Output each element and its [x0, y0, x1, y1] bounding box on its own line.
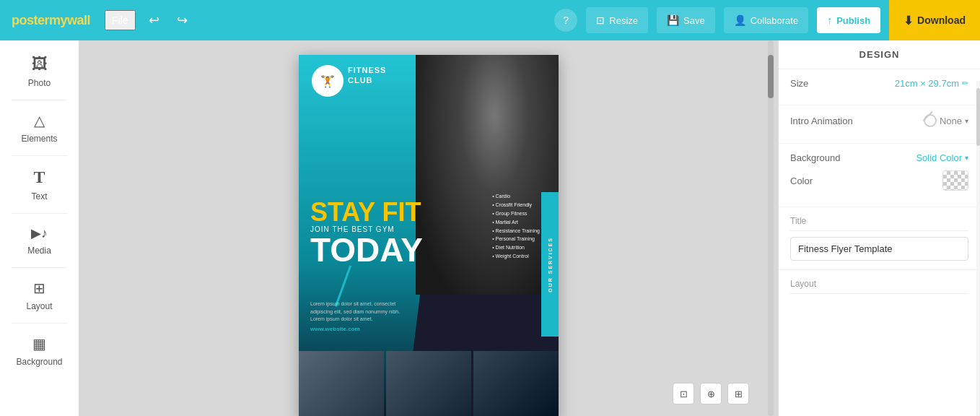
canvas-scrollbar[interactable]: [768, 40, 774, 416]
title-divider: [790, 230, 968, 231]
layout-icon: ⊞: [33, 280, 45, 297]
title-label: Title: [790, 216, 968, 226]
sidebar-divider-2: [12, 155, 66, 156]
file-menu[interactable]: File: [105, 10, 136, 30]
animation-value[interactable]: None ▾: [924, 114, 968, 127]
canvas-area[interactable]: 🏋 FITNESS CLUB STAY FIT JOIN THE BEST GY…: [79, 40, 778, 416]
resize-icon: ⊡: [596, 14, 605, 26]
help-button[interactable]: ?: [554, 9, 577, 32]
flyer-photo-2: [386, 351, 471, 416]
save-button[interactable]: 💾 Save: [657, 7, 715, 33]
flyer-main-text: STAY FIT JOIN THE BEST GYM TODAY: [310, 199, 423, 266]
layout-divider: [790, 293, 968, 294]
chevron-down-icon-2: ▾: [965, 154, 968, 162]
background-icon: ▦: [32, 335, 46, 352]
panel-background-section: Background Solid Color ▾ Color: [779, 144, 980, 207]
canvas-zoom-out-button[interactable]: ⊡: [673, 383, 694, 404]
zoom-fit-icon: ⊕: [707, 389, 715, 399]
chevron-down-icon: ▾: [965, 117, 968, 125]
right-panel: DESIGN Size 21cm × 29.7cm ✏ Intro Animat…: [778, 40, 980, 416]
sidebar-item-photo[interactable]: 🖼 Photo: [7, 48, 72, 95]
flyer-body-text: Lorem ipsum dolor sit amet, consectet ad…: [310, 300, 404, 324]
color-row: Color: [790, 170, 968, 191]
color-swatch[interactable]: [942, 170, 968, 191]
flyer-bottom-photos: [299, 351, 559, 416]
edit-icon: ✏: [962, 79, 968, 88]
panel-animation-section: Intro Animation None ▾: [779, 105, 980, 144]
download-icon: ⬇: [904, 14, 913, 27]
background-label: Background: [790, 152, 840, 163]
title-input[interactable]: [790, 237, 968, 261]
media-icon: ▶♪: [31, 225, 48, 241]
photo-icon: 🖼: [32, 55, 48, 74]
flyer-services-list: • Cardio • Crossfit Friendly • Group Fit…: [492, 192, 540, 261]
background-row: Background Solid Color ▾: [790, 152, 968, 163]
app-logo: postermywall: [12, 13, 90, 28]
panel-layout-section: Layout: [779, 270, 980, 308]
flyer-brand: FITNESS CLUB: [348, 65, 386, 86]
canvas-zoom-in-button[interactable]: ⊞: [727, 383, 749, 404]
collaborate-icon: 👤: [734, 14, 746, 26]
none-circle-icon: [924, 114, 937, 127]
animation-row: Intro Animation None ▾: [790, 114, 968, 127]
zoom-out-icon: ⊡: [680, 389, 688, 399]
flyer-preview[interactable]: 🏋 FITNESS CLUB STAY FIT JOIN THE BEST GY…: [299, 55, 559, 416]
publish-button[interactable]: ↑ Publish: [817, 7, 880, 33]
publish-icon: ↑: [827, 14, 832, 26]
redo-button[interactable]: ↪: [172, 9, 192, 31]
sidebar-item-text[interactable]: T Text: [7, 160, 72, 209]
save-icon: 💾: [667, 14, 679, 26]
layout-label: Layout: [790, 279, 968, 289]
elements-icon: △: [34, 112, 45, 129]
flyer-logo: 🏋: [312, 65, 344, 97]
panel-size-section: Size 21cm × 29.7cm ✏: [779, 69, 980, 105]
size-row: Size 21cm × 29.7cm ✏: [790, 78, 968, 89]
flyer-services-bar: OUR SERVICES: [541, 192, 559, 337]
undo-button[interactable]: ↩: [144, 9, 164, 31]
sidebar-divider-4: [12, 267, 66, 268]
download-button[interactable]: ⬇ Download: [889, 0, 980, 40]
flyer-photo-3: [473, 351, 559, 416]
flyer-website: www.website.com: [310, 326, 360, 332]
flyer-photo-1: [299, 351, 384, 416]
sidebar-item-background[interactable]: ▦ Background: [7, 328, 72, 374]
panel-scrollbar-thumb: [976, 88, 980, 146]
canvas-zoom-fit-button[interactable]: ⊕: [700, 383, 722, 404]
zoom-in-icon: ⊞: [735, 389, 743, 399]
sidebar-divider-5: [12, 323, 66, 324]
sidebar-item-media[interactable]: ▶♪ Media: [7, 218, 72, 263]
resize-button[interactable]: ⊡ Resize: [586, 7, 648, 33]
left-sidebar: 🖼 Photo △ Elements T Text ▶♪ Media ⊞ Lay…: [0, 40, 79, 416]
color-label: Color: [790, 176, 813, 186]
topbar: postermywall File ↩ ↪ ? ⊡ Resize 💾 Save …: [0, 0, 980, 40]
collaborate-button[interactable]: 👤 Collaborate: [724, 7, 809, 33]
canvas-toolbar-bottom: ⊡ ⊕ ⊞: [673, 383, 749, 404]
sidebar-divider-3: [12, 213, 66, 214]
sidebar-item-layout[interactable]: ⊞ Layout: [7, 272, 72, 318]
size-value[interactable]: 21cm × 29.7cm ✏: [895, 78, 968, 89]
canvas-scrollbar-thumb: [768, 55, 774, 98]
sidebar-divider: [12, 100, 66, 100]
logo-icon: 🏋: [320, 74, 335, 88]
sidebar-item-elements[interactable]: △ Elements: [7, 105, 72, 151]
main-area: 🖼 Photo △ Elements T Text ▶♪ Media ⊞ Lay…: [0, 40, 980, 416]
panel-scrollbar: [976, 81, 980, 416]
text-icon: T: [33, 168, 45, 187]
animation-label: Intro Animation: [790, 116, 853, 126]
panel-title-section: Title: [779, 207, 980, 270]
background-value[interactable]: Solid Color ▾: [916, 152, 968, 163]
panel-header: DESIGN: [779, 40, 980, 69]
size-label: Size: [790, 78, 808, 89]
